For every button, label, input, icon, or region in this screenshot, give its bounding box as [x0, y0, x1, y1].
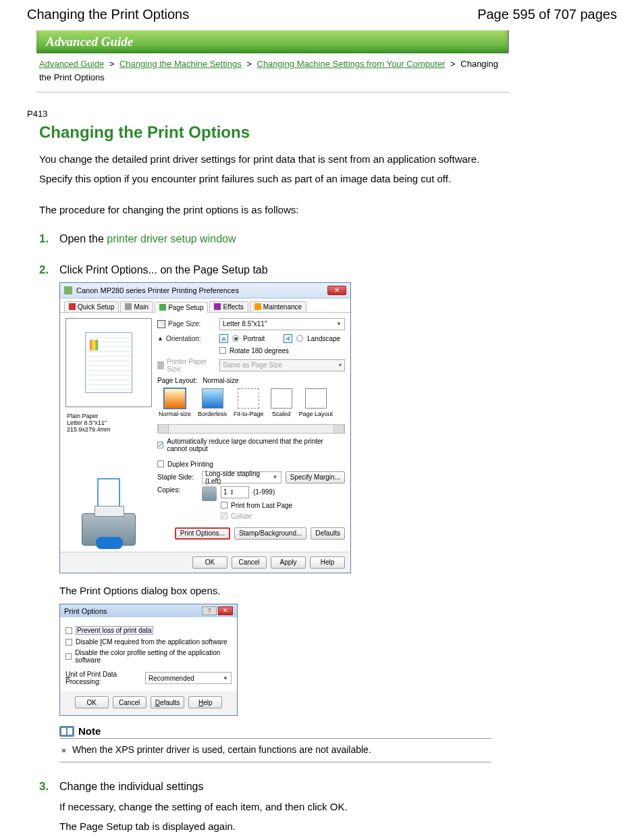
quick-setup-icon — [69, 303, 76, 310]
crumb-advanced-guide[interactable]: Advanced Guide — [39, 59, 104, 69]
intro-p2: Specify this option if you encounter pri… — [39, 171, 617, 186]
chk-duplex[interactable] — [157, 461, 164, 467]
page-heading: Changing the Print Options — [39, 123, 617, 142]
ok-button[interactable]: OK — [192, 556, 227, 569]
doc-code: P413 — [27, 109, 617, 119]
step-1-title: Open the printer driver setup window — [59, 233, 236, 245]
main-icon — [125, 303, 132, 310]
tab-strip: Quick Setup Main Page Setup Effects Main… — [60, 298, 350, 313]
printing-preferences-dialog: Canon MP280 series Printer Printing Pref… — [59, 282, 351, 573]
dialog-titlebar: Canon MP280 series Printer Printing Pref… — [60, 283, 350, 298]
landscape-icon: A — [284, 334, 292, 343]
close-button[interactable]: ✕ — [218, 606, 233, 615]
copies-input[interactable]: 1 ▲▼ — [221, 486, 249, 498]
opt-disable-icm: Disable ICM required from the applicatio… — [76, 638, 227, 646]
banner-advanced-guide: Advanced Guide — [36, 30, 509, 53]
breadcrumb: Advanced Guide > Changing the Machine Se… — [36, 53, 509, 93]
layout-options: Normal-size Borderless Fit-to-Page Scale… — [157, 384, 345, 421]
maintenance-icon — [254, 303, 261, 310]
page-count: Page 595 of 707 pages — [477, 7, 617, 22]
chevron-down-icon: ▼ — [223, 675, 228, 681]
tab-main[interactable]: Main — [120, 301, 153, 312]
chk-print-last[interactable] — [221, 502, 227, 509]
copies-icon — [202, 486, 217, 501]
tab-effects[interactable]: Effects — [209, 301, 248, 312]
step-3-p1: If necessary, change the setting of each… — [59, 799, 617, 814]
crumb-settings-from-computer[interactable]: Changing Machine Settings from Your Comp… — [257, 59, 446, 69]
note-block: Note When the XPS printer driver is used… — [59, 725, 491, 762]
apply-button[interactable]: Apply — [271, 556, 306, 569]
step-3-title: Change the individual settings — [59, 781, 203, 793]
note-icon — [59, 726, 74, 737]
chk-disable-icm[interactable] — [65, 639, 72, 646]
tab-page-setup[interactable]: Page Setup — [155, 302, 208, 313]
chk-prevent-loss[interactable] — [65, 627, 72, 634]
close-button[interactable]: ✕ — [327, 286, 346, 295]
link-printer-driver-setup[interactable]: printer driver setup window — [107, 233, 236, 244]
layout-normal[interactable]: Normal-size — [159, 388, 191, 417]
page-icon — [157, 320, 165, 328]
cancel-button[interactable]: Cancel — [232, 556, 267, 569]
chevron-down-icon: ▼ — [273, 474, 278, 480]
step-3-p2: The Page Setup tab is displayed again. — [59, 818, 617, 834]
help-button[interactable]: Help — [310, 556, 345, 569]
chk-auto-reduce[interactable] — [157, 442, 163, 448]
unit-select[interactable]: Recommended▼ — [145, 672, 232, 684]
layout-page[interactable]: Page Layout — [299, 388, 333, 417]
print-options-button[interactable]: Print Options... — [175, 527, 230, 540]
chk-collate[interactable] — [221, 513, 227, 519]
defaults-button[interactable]: Defaults — [311, 527, 345, 540]
step-num-2: 2. — [39, 263, 53, 277]
layout-scrollbar[interactable] — [157, 424, 345, 434]
defaults-button[interactable]: Defaults — [151, 696, 185, 708]
page-preview — [65, 318, 152, 407]
stamp-background-button[interactable]: Stamp/Background... — [234, 527, 306, 540]
printer-illustration — [65, 438, 152, 546]
radio-landscape[interactable] — [296, 335, 303, 342]
page-setup-icon — [159, 304, 166, 311]
doc-title: Changing the Print Options — [27, 7, 189, 22]
step-num-1: 1. — [39, 232, 53, 246]
layout-scaled[interactable]: Scaled — [271, 388, 292, 417]
chk-rotate180[interactable] — [219, 347, 226, 354]
ok-button[interactable]: OK — [75, 696, 109, 708]
print-options-title: Print Options — [64, 607, 107, 615]
page-size-select[interactable]: Letter 8.5"x11"▼ — [219, 318, 345, 330]
step-2-title: Click Print Options... on the Page Setup… — [59, 264, 268, 276]
tab-quick-setup[interactable]: Quick Setup — [64, 301, 119, 312]
help-icon[interactable]: ? — [202, 606, 217, 615]
chk-disable-color-profile[interactable] — [65, 653, 72, 660]
intro-p1: You change the detailed print driver set… — [39, 151, 617, 167]
opt-disable-color-profile: Disable the color profile setting of the… — [75, 649, 232, 664]
layout-borderless[interactable]: Borderless — [198, 388, 227, 417]
help-button[interactable]: Help — [188, 696, 222, 708]
printer-paper-icon — [157, 361, 164, 369]
step-num-3: 3. — [39, 780, 53, 793]
preview-dims: Letter 8.5"x11" 215.9x279.4mm — [65, 418, 152, 434]
bullet-icon — [62, 749, 65, 752]
note-heading: Note — [78, 725, 101, 737]
printer-icon — [64, 286, 72, 294]
intro-p3: The procedure for changing the print opt… — [39, 202, 617, 217]
unit-label: Unit of Print Data Processing: — [65, 671, 141, 685]
after-dialog-text: The Print Options dialog box opens. — [59, 583, 617, 598]
opt-prevent-loss: Prevent loss of print data — [76, 626, 153, 635]
layout-fit[interactable]: Fit-to-Page — [234, 388, 264, 417]
preview-swatch — [90, 340, 98, 350]
note-text: When the XPS printer driver is used, cer… — [72, 744, 371, 755]
chevron-down-icon: ▼ — [336, 321, 342, 327]
tab-maintenance[interactable]: Maintenance — [250, 301, 306, 312]
cancel-button[interactable]: Cancel — [113, 696, 146, 708]
portrait-icon: A — [219, 334, 228, 343]
effects-icon — [214, 303, 221, 310]
crumb-machine-settings[interactable]: Changing the Machine Settings — [119, 59, 242, 69]
dialog-title-text: Canon MP280 series Printer Printing Pref… — [76, 286, 239, 294]
spinner-arrows-icon[interactable]: ▲▼ — [230, 489, 234, 496]
radio-portrait[interactable] — [232, 335, 239, 342]
chevron-down-icon: ▾ — [339, 362, 342, 368]
printer-paper-select[interactable]: Same as Page Size▾ — [219, 359, 345, 371]
staple-side-select[interactable]: Long-side stapling (Left)▼ — [202, 471, 281, 484]
print-options-dialog: Print Options ? ✕ Prevent loss of print … — [59, 604, 238, 716]
specify-margin-button[interactable]: Specify Margin... — [286, 471, 345, 484]
